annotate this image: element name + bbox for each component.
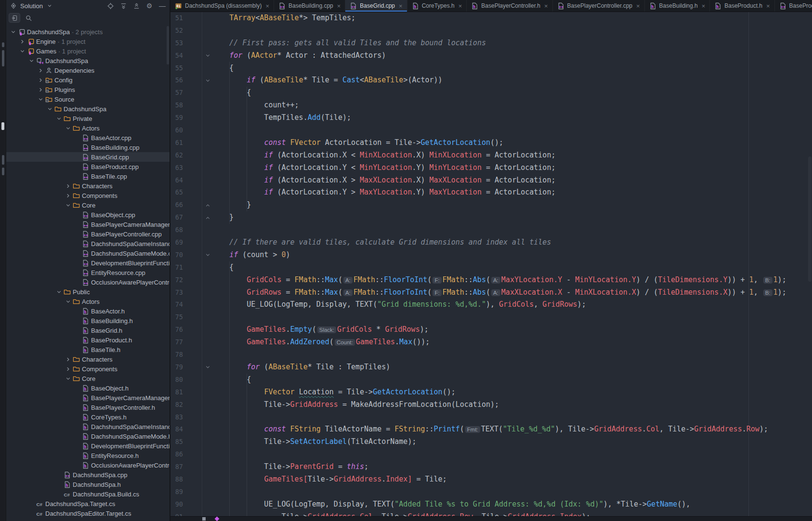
tree-item-developmentblueprintfunctionlibrary-h[interactable]: hDevelopmentBlueprintFunctionLibrary.h bbox=[6, 441, 170, 451]
tree-item-dachshundspaeditor-target-cs[interactable]: C#DachshundSpaEditor.Target.cs bbox=[6, 508, 170, 518]
tree-item-occlusionawareplayercontroller-h[interactable]: hOcclusionAwarePlayerController.h bbox=[6, 460, 170, 470]
close-icon[interactable]: × bbox=[458, 3, 462, 9]
tree-item-components[interactable]: Components bbox=[6, 364, 170, 374]
breadcrumb-file-icon[interactable] bbox=[202, 517, 206, 521]
code-line-88[interactable]: 88 GameTiles[Tile->GridAddress.Index] = … bbox=[170, 473, 812, 486]
chevron-down-icon[interactable] bbox=[64, 375, 72, 382]
tree-item-basebuilding-cpp[interactable]: ++BaseBuilding.cpp bbox=[6, 143, 170, 152]
close-icon[interactable]: × bbox=[399, 3, 403, 9]
code-line-56[interactable]: 56 if (ABaseTile* Tile = Cast<ABaseTile>… bbox=[170, 74, 812, 87]
locate-opened-file-icon[interactable] bbox=[106, 1, 115, 10]
code-line-74[interactable]: 74 UE_LOG(LogTemp, Display, TEXT("Grid d… bbox=[170, 299, 812, 311]
code-line-63[interactable]: 63 if (ActorLocation.Y < MinYLocation.Y)… bbox=[170, 162, 812, 174]
tree-item-dachshundspa-build-cs[interactable]: C#DachshundSpa.Build.cs bbox=[6, 489, 170, 499]
tool-window-button[interactable] bbox=[2, 50, 4, 66]
chevron-down-icon[interactable] bbox=[55, 115, 63, 122]
fold-end-icon[interactable] bbox=[204, 211, 211, 224]
tree-item-baseproduct-cpp[interactable]: ++BaseProduct.cpp bbox=[6, 162, 170, 171]
tool-window-button-active[interactable] bbox=[1, 122, 4, 130]
code-line-53[interactable]: 53 // First pass: gets all valid Tiles a… bbox=[170, 37, 812, 50]
tree-item-baseactor-cpp[interactable]: ++BaseActor.cpp bbox=[6, 133, 170, 143]
code-line-54[interactable]: 54 for (AActor* Actor : AttachedActors) bbox=[170, 50, 812, 62]
code-line-73[interactable]: 73 GridRows = FMath::Max(A:FMath::FloorT… bbox=[170, 287, 812, 299]
editor-tab-baseproduct-h[interactable]: hBaseProduct.h× bbox=[710, 0, 774, 12]
code-line-77[interactable]: 77 GameTiles.AddZeroed(Count:GameTiles.M… bbox=[170, 336, 812, 349]
tree-item-basegrid-h[interactable]: hBaseGrid.h bbox=[6, 326, 170, 335]
fold-end-icon[interactable] bbox=[204, 199, 211, 211]
code-line-83[interactable]: 83 bbox=[170, 411, 812, 424]
fold-collapse-icon[interactable] bbox=[204, 50, 211, 62]
tree-item-core[interactable]: Core bbox=[6, 200, 170, 210]
tree-item-actors[interactable]: Actors bbox=[6, 297, 170, 306]
code-line-80[interactable]: 80 { bbox=[170, 374, 812, 386]
tree-item-baseobject-cpp[interactable]: ++BaseObject.cpp bbox=[6, 210, 170, 220]
tree-item-dachshundspa-target-cs[interactable]: C#DachshundSpa.Target.cs bbox=[6, 499, 170, 508]
chevron-down-icon[interactable] bbox=[27, 57, 36, 65]
close-icon[interactable]: × bbox=[337, 3, 341, 9]
settings-gear-icon[interactable]: ⚙ bbox=[145, 1, 154, 10]
chevron-right-icon[interactable] bbox=[18, 38, 26, 45]
expand-all-icon[interactable] bbox=[119, 1, 128, 10]
code-line-82[interactable]: 82 Tile->GridAddress = MakeAddressFromLo… bbox=[170, 399, 812, 411]
chevron-down-icon[interactable] bbox=[18, 47, 26, 55]
code-line-81[interactable]: 81 FVector Location = Tile->GetActorLoca… bbox=[170, 386, 812, 399]
tree-item-entityresource-cpp[interactable]: ++EntityResource.cpp bbox=[6, 268, 170, 277]
editor-tab-basegrid-cpp[interactable]: ++BaseGrid.cpp× bbox=[345, 0, 407, 12]
chevron-right-icon[interactable] bbox=[37, 86, 45, 93]
chevron-down-icon[interactable] bbox=[46, 105, 54, 113]
tree-item-dachshundspagameinstance-cpp[interactable]: ++DachshundSpaGameInstance.cpp bbox=[6, 239, 170, 248]
search-icon[interactable] bbox=[24, 13, 33, 22]
tree-item-core[interactable]: Core bbox=[6, 374, 170, 383]
chevron-right-icon[interactable] bbox=[37, 66, 45, 74]
tool-window-button[interactable] bbox=[2, 42, 4, 47]
tree-item-dachshundspa[interactable]: DachshundSpa· 2 projects bbox=[6, 27, 170, 37]
code-line-51[interactable]: 51 TArray<ABaseTile*> TempTiles; bbox=[170, 12, 812, 25]
tree-item-coretypes-h[interactable]: hCoreTypes.h bbox=[6, 412, 170, 422]
tree-item-private[interactable]: Private bbox=[6, 114, 170, 123]
tree-item-baseproduct-h[interactable]: hBaseProduct.h bbox=[6, 335, 170, 345]
tree-item-baseplayercameramanager-cpp[interactable]: ++BasePlayerCameraManager.cpp bbox=[6, 220, 170, 229]
close-icon[interactable]: × bbox=[702, 3, 706, 9]
editor-tab-basebuilding-cpp[interactable]: ++BaseBuilding.cpp× bbox=[274, 0, 345, 12]
tree-item-baseplayercameramanager-h[interactable]: hBasePlayerCameraManager.h bbox=[6, 393, 170, 403]
close-icon[interactable]: × bbox=[265, 3, 269, 9]
tree-item-dachshundspagameinstance-h[interactable]: hDachshundSpaGameInstance.h bbox=[6, 422, 170, 431]
code-line-69[interactable]: 69 // If there are valid tiles, calculat… bbox=[170, 236, 812, 249]
tree-item-dachshundspa-h[interactable]: hDachshundSpa.h bbox=[6, 480, 170, 489]
chevron-down-icon[interactable] bbox=[55, 288, 63, 296]
collapse-all-icon[interactable] bbox=[132, 1, 141, 10]
code-line-76[interactable]: 76 GameTiles.Empty(Slack:GridCols * Grid… bbox=[170, 324, 812, 336]
tree-item-dachshundspagamemode-h[interactable]: hDachshundSpaGameMode.h bbox=[6, 431, 170, 441]
code-line-89[interactable]: 89 bbox=[170, 486, 812, 498]
tree-item-dachshundspa[interactable]: DachshundSpa bbox=[6, 104, 170, 114]
code-line-64[interactable]: 64 if (ActorLocation.X > MaxXLocation.X)… bbox=[170, 174, 812, 187]
code-line-72[interactable]: 72 GridCols = FMath::Max(A:FMath::FloorT… bbox=[170, 274, 812, 287]
tree-item-baseobject-h[interactable]: hBaseObject.h bbox=[6, 383, 170, 393]
fold-collapse-icon[interactable] bbox=[204, 249, 211, 261]
tree-item-basegrid-cpp[interactable]: ++BaseGrid.cpp bbox=[6, 152, 170, 162]
code-line-78[interactable]: 78 bbox=[170, 349, 812, 361]
tree-item-actors[interactable]: Actors bbox=[6, 123, 170, 133]
tree-item-baseactor-h[interactable]: hBaseActor.h bbox=[6, 306, 170, 316]
tree-item-baseplayercontroller-h[interactable]: hBasePlayerController.h bbox=[6, 403, 170, 412]
editor-tab-coretypes-h[interactable]: hCoreTypes.h× bbox=[407, 0, 467, 12]
chevron-down-icon[interactable] bbox=[37, 95, 45, 103]
code-line-66[interactable]: 66 } bbox=[170, 199, 812, 211]
close-icon[interactable]: × bbox=[544, 3, 548, 9]
breadcrumb-method-icon[interactable] bbox=[215, 517, 220, 521]
code-line-90[interactable]: 90 UE_LOG(LogTemp, Display, TEXT("Added … bbox=[170, 498, 812, 511]
code-line-84[interactable]: 84 const FString TileActorName = FString… bbox=[170, 423, 812, 436]
tree-item-public[interactable]: Public bbox=[6, 287, 170, 297]
tool-window-button[interactable] bbox=[2, 168, 4, 175]
chevron-right-icon[interactable] bbox=[64, 365, 72, 373]
tree-item-engine[interactable]: Engine· 1 project bbox=[6, 37, 170, 46]
locate-file-button[interactable] bbox=[9, 13, 20, 23]
chevron-right-icon[interactable] bbox=[64, 182, 72, 190]
code-line-52[interactable]: 52 bbox=[170, 25, 812, 37]
code-line-59[interactable]: 59 TempTiles.Add(Tile); bbox=[170, 112, 812, 124]
code-editor[interactable]: 51 TArray<ABaseTile*> TempTiles;5253 // … bbox=[170, 12, 812, 521]
tree-item-games[interactable]: Games· 1 project bbox=[6, 46, 170, 56]
tree-item-dachshundspa[interactable]: ++DachshundSpa bbox=[6, 56, 170, 65]
tree-item-dachshundspa-cpp[interactable]: ++DachshundSpa.cpp bbox=[6, 470, 170, 480]
tree-item-basetile-h[interactable]: hBaseTile.h bbox=[6, 345, 170, 354]
